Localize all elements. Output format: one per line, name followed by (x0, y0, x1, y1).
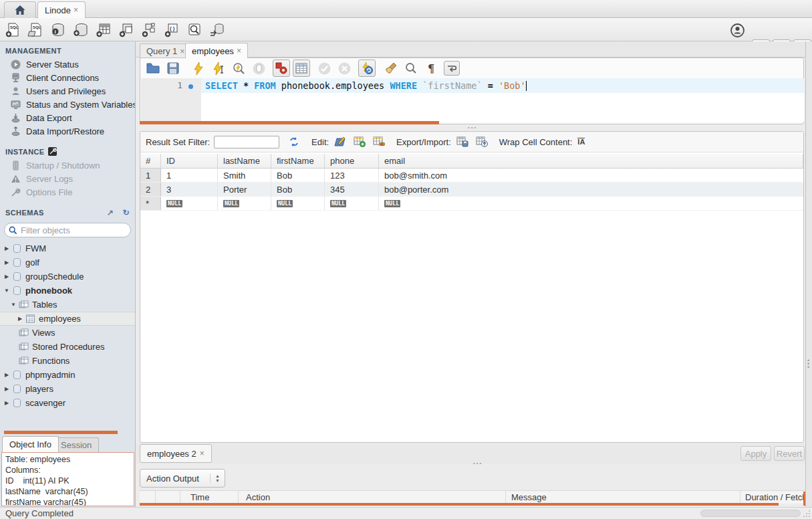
null-badge[interactable]: NULL (223, 200, 239, 207)
result-filter-input[interactable] (214, 136, 279, 148)
cell-firstname[interactable]: Bob (271, 183, 325, 196)
tree-item-schema-scavenger[interactable]: ▶ scavenger (0, 396, 135, 410)
data-transfer-icon[interactable] (207, 21, 226, 39)
column-header-firstname[interactable]: firstName (271, 154, 325, 168)
tree-item-schema-phpmyadmin[interactable]: ▶ phpmyadmin (0, 368, 135, 382)
expander-icon[interactable]: ▶ (16, 316, 24, 322)
rollback-icon[interactable] (335, 60, 353, 77)
show-invisibles-icon[interactable]: ¶ (422, 60, 440, 77)
schema-filter-input[interactable] (21, 225, 136, 235)
commit-icon[interactable] (315, 60, 333, 77)
output-splitter-accent[interactable] (140, 503, 779, 506)
close-icon[interactable]: × (237, 46, 241, 56)
edit-record-icon[interactable] (332, 134, 348, 149)
cell-email[interactable]: bob@smith.com (379, 169, 803, 182)
refresh-icon[interactable] (286, 134, 302, 149)
search-objects-icon[interactable] (184, 21, 203, 39)
expander-icon[interactable]: ▶ (3, 274, 11, 280)
beautify-icon[interactable] (382, 60, 400, 77)
column-header-phone[interactable]: phone (325, 154, 379, 168)
create-function-icon[interactable]: { } (162, 21, 180, 39)
null-badge[interactable]: NULL (277, 200, 293, 207)
cell-lastname[interactable]: Smith (218, 169, 271, 182)
sql-statement-line[interactable]: SELECT * FROM phonebook.employees WHERE … (201, 78, 804, 93)
sidebar-item-options-file[interactable]: Options File (0, 185, 135, 199)
new-row-placeholder[interactable]: * NULL NULL NULL NULL NULL (140, 197, 803, 211)
find-icon[interactable] (402, 60, 420, 77)
sidebar-item-startup-shutdown[interactable]: Startup / Shutdown (0, 159, 135, 172)
tree-item-schema-fwm[interactable]: ▶ FWM (0, 241, 135, 255)
cell-phone[interactable]: 123 (325, 169, 379, 182)
export-recordset-icon[interactable] (454, 134, 470, 149)
close-icon[interactable]: × (200, 449, 205, 458)
column-header-rownum[interactable]: # (140, 154, 161, 168)
output-col-action[interactable]: Action (239, 491, 506, 504)
insert-row-icon[interactable] (352, 134, 368, 149)
output-col-duration[interactable]: Duration / Fetch (740, 491, 805, 504)
null-badge[interactable]: NULL (384, 200, 400, 207)
revert-button[interactable]: Revert (774, 446, 805, 461)
open-script-icon[interactable] (144, 60, 162, 77)
spinner-arrows-icon[interactable]: ▲▼ (210, 474, 225, 483)
editor-splitter-accent[interactable] (140, 121, 439, 124)
output-col-message[interactable]: Message (506, 491, 740, 504)
save-script-icon[interactable] (164, 60, 182, 77)
sidebar-item-client-connections[interactable]: Client Connections (0, 71, 135, 84)
cell-email[interactable]: bob@porter.com (379, 183, 803, 196)
cell-id[interactable]: 3 (161, 183, 218, 196)
wrap-cell-content-icon[interactable]: IA (577, 138, 585, 146)
open-sql-script-icon[interactable]: SQL (25, 21, 44, 39)
explain-statement-icon[interactable] (230, 60, 247, 77)
schema-inspector-icon[interactable]: i (48, 21, 67, 39)
resize-grip-icon[interactable] (803, 510, 811, 518)
activity-indicator-icon[interactable] (728, 21, 747, 39)
delete-row-icon[interactable] (371, 134, 387, 149)
apply-button[interactable]: Apply (740, 446, 771, 461)
tree-item-stored-procedures-folder[interactable]: Stored Procedures (0, 340, 135, 354)
sidebar-item-server-status[interactable]: Server Status (0, 58, 135, 71)
close-icon[interactable]: × (74, 5, 78, 15)
column-header-lastname[interactable]: lastName (218, 154, 271, 168)
limit-rows-icon[interactable] (293, 60, 310, 77)
column-header-id[interactable]: ID (161, 154, 218, 168)
expander-icon[interactable]: ▶ (3, 372, 11, 378)
tab-employees-2[interactable]: employees 2 × (140, 444, 212, 463)
expander-icon[interactable]: ▶ (3, 386, 11, 392)
toggle-autocommit-icon[interactable] (358, 60, 376, 77)
expand-schemas-icon[interactable]: ↗ (107, 208, 114, 217)
horizontal-scrollbar[interactable] (700, 510, 801, 517)
tree-item-schema-players[interactable]: ▶ players (0, 382, 135, 396)
import-recordset-icon[interactable] (474, 134, 490, 149)
create-table-icon[interactable] (94, 21, 112, 39)
sidebar-item-data-import[interactable]: Data Import/Restore (0, 124, 135, 138)
tab-session[interactable]: Session (53, 437, 99, 452)
null-badge[interactable]: NULL (166, 200, 182, 207)
tree-item-tables-folder[interactable]: ▼ Tables (0, 298, 135, 312)
execute-current-statement-icon[interactable] (210, 60, 227, 77)
tree-item-schema-groupschedule[interactable]: ▶ groupSchedule (0, 270, 135, 284)
tab-object-info[interactable]: Object Info (2, 436, 59, 452)
create-schema-icon[interactable] (71, 21, 90, 39)
toggle-wrap-icon[interactable] (444, 61, 460, 76)
sidebar-item-data-export[interactable]: Data Export (0, 111, 135, 124)
sidebar-item-status-variables[interactable]: Status and System Variables (0, 98, 135, 111)
cell-phone[interactable]: 345 (325, 183, 379, 196)
new-sql-tab-icon[interactable]: SQL (3, 21, 21, 39)
tree-item-schema-phonebook[interactable]: ▼ phonebook (0, 284, 135, 298)
schema-filter-box[interactable] (4, 223, 131, 237)
toggle-stop-on-error-icon[interactable] (273, 60, 290, 77)
output-col-time[interactable]: Time (180, 491, 239, 504)
expander-icon[interactable]: ▼ (3, 288, 11, 294)
column-header-email[interactable]: email (379, 154, 803, 168)
tree-item-table-employees[interactable]: ▶ employees (0, 312, 135, 326)
expander-icon[interactable]: ▼ (9, 302, 17, 308)
expander-icon[interactable]: ▶ (3, 245, 11, 251)
cell-firstname[interactable]: Bob (271, 169, 325, 182)
tree-item-schema-golf[interactable]: ▶ golf (0, 255, 135, 270)
sidebar-item-users-privileges[interactable]: Users and Privileges (0, 84, 135, 98)
execute-script-icon[interactable] (190, 60, 207, 77)
splitter-grip[interactable]: ••• (468, 124, 477, 130)
connection-tab[interactable]: Linode × (37, 1, 86, 18)
splitter-grip[interactable]: ••• (473, 460, 483, 466)
cell-id[interactable]: 1 (161, 169, 218, 182)
